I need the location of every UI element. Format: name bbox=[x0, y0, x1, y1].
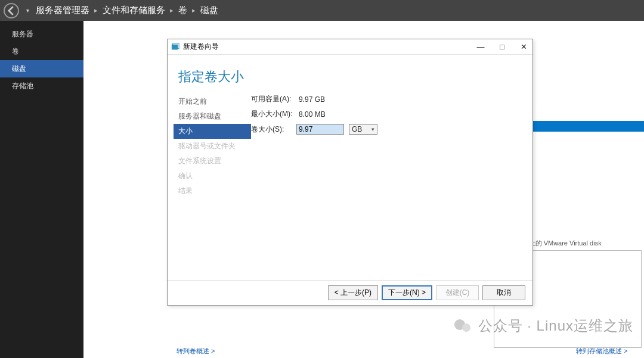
chevron-right-icon: ▸ bbox=[170, 7, 174, 14]
previous-button[interactable]: < 上一步(P) bbox=[328, 285, 378, 300]
available-label: 可用容量(A): bbox=[251, 94, 296, 104]
step-filesystem: 文件系统设置 bbox=[174, 154, 251, 169]
chevron-right-icon: ▸ bbox=[192, 7, 196, 14]
next-button[interactable]: 下一步(N) > bbox=[382, 285, 432, 300]
step-drive-letter: 驱动器号或文件夹 bbox=[174, 139, 251, 154]
nav-back-icon[interactable] bbox=[4, 3, 19, 18]
volume-size-label: 卷大小(S): bbox=[251, 124, 296, 135]
sidebar-item-servers[interactable]: 服务器 bbox=[0, 26, 83, 43]
sidebar-item-volumes[interactable]: 卷 bbox=[0, 43, 83, 60]
wizard-steps: 开始之前 服务器和磁盘 大小 驱动器号或文件夹 文件系统设置 确认 结果 bbox=[168, 94, 251, 280]
size-form: 可用容量(A): 9.97 GB 最小大小(M): 8.00 MB 卷大小(S)… bbox=[251, 94, 532, 280]
close-button[interactable]: ✕ bbox=[518, 42, 529, 51]
wizard-icon bbox=[171, 43, 179, 51]
wizard-button-row: < 上一步(P) 下一步(N) > 创建(C) 取消 bbox=[168, 280, 532, 305]
create-button: 创建(C) bbox=[436, 285, 479, 300]
breadcrumb-item[interactable]: 磁盘 bbox=[200, 5, 218, 16]
min-size-value: 8.00 MB bbox=[299, 110, 326, 119]
step-before[interactable]: 开始之前 bbox=[174, 94, 251, 109]
link-storagepool-overview[interactable]: 转到存储池概述 > bbox=[566, 347, 627, 354]
dialog-title: 新建卷向导 bbox=[183, 42, 219, 52]
chevron-down-icon: ▾ bbox=[371, 126, 374, 132]
sidebar-item-disks[interactable]: 磁盘 bbox=[0, 60, 83, 77]
size-unit-dropdown[interactable]: GB ▾ bbox=[349, 124, 377, 135]
step-size[interactable]: 大小 bbox=[174, 124, 251, 139]
breadcrumb-item[interactable]: 文件和存储服务 bbox=[103, 5, 165, 16]
breadcrumb-item[interactable]: 卷 bbox=[178, 5, 187, 16]
step-results: 结果 bbox=[174, 183, 251, 198]
nav-dropdown-icon[interactable]: ▾ bbox=[23, 6, 32, 15]
breadcrumb-bar: ▾ 服务器管理器 ▸ 文件和存储服务 ▸ 卷 ▸ 磁盘 bbox=[0, 0, 644, 21]
chevron-right-icon: ▸ bbox=[94, 7, 98, 14]
link-volume-overview[interactable]: 转到卷概述 > bbox=[167, 347, 215, 354]
breadcrumb-item[interactable]: 服务器管理器 bbox=[36, 5, 89, 16]
min-size-label: 最小大小(M): bbox=[251, 109, 296, 119]
wizard-heading: 指定卷大小 bbox=[168, 55, 532, 94]
available-value: 9.97 GB bbox=[299, 95, 325, 104]
volume-size-input[interactable] bbox=[296, 124, 344, 135]
step-confirm: 确认 bbox=[174, 169, 251, 183]
size-unit-value: GB bbox=[352, 125, 362, 133]
cancel-button[interactable]: 取消 bbox=[482, 285, 525, 300]
sidebar-item-storage-pools[interactable]: 存储池 bbox=[0, 77, 83, 95]
maximize-button[interactable]: □ bbox=[497, 42, 507, 51]
sidebar: 服务器 卷 磁盘 存储池 bbox=[0, 21, 83, 358]
new-volume-wizard-dialog: 新建卷向导 — □ ✕ 指定卷大小 开始之前 服务器和磁盘 大小 驱动器号或文件… bbox=[167, 39, 533, 306]
minimize-button[interactable]: — bbox=[475, 42, 486, 51]
step-server-disk[interactable]: 服务器和磁盘 bbox=[174, 109, 251, 124]
dialog-titlebar[interactable]: 新建卷向导 — □ ✕ bbox=[168, 39, 532, 55]
main-content: e Virtual disk e Virtual disk 务 ▾ 存储池 WI… bbox=[83, 21, 644, 358]
